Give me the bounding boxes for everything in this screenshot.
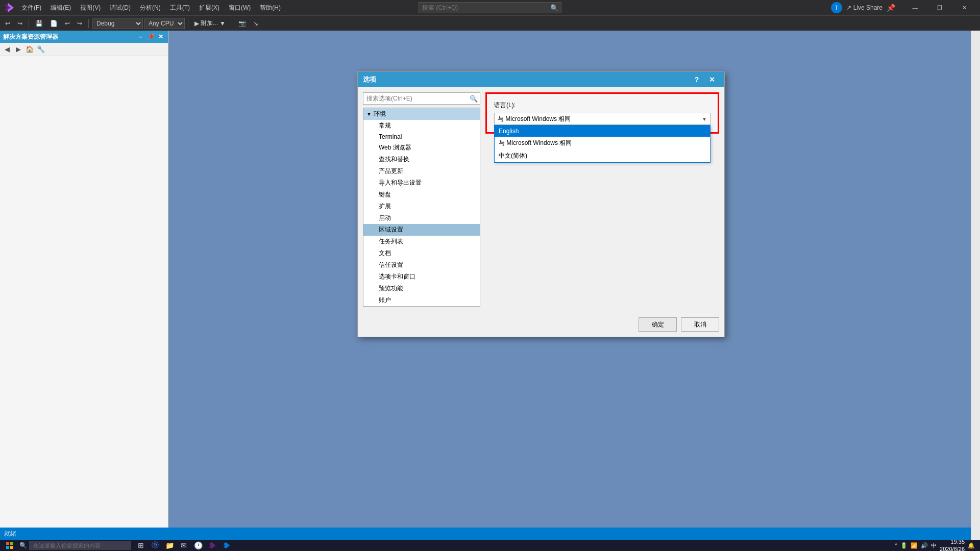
- dialog-controls: ? ✕: [690, 72, 719, 87]
- tree-item-16[interactable]: 自动恢复: [363, 306, 480, 307]
- user-avatar[interactable]: T: [831, 2, 842, 13]
- toolbar-redo[interactable]: ↪: [14, 17, 26, 30]
- tree-category-label: 环境: [374, 110, 386, 118]
- tray-expand-icon[interactable]: ^: [895, 542, 897, 548]
- tree-item-12[interactable]: 信任设置: [363, 259, 480, 271]
- toolbar-redo2[interactable]: ↪: [74, 17, 85, 30]
- pin-icon[interactable]: 📌: [887, 4, 895, 12]
- se-title-text: 解决方案资源管理器: [3, 33, 136, 41]
- taskbar-edge[interactable]: ⓔ: [150, 540, 161, 551]
- lang-option-1[interactable]: 与 Microsoft Windows 相同: [495, 137, 710, 149]
- tray-battery-icon: 🔋: [900, 542, 908, 549]
- toolbar-save-all[interactable]: 📄: [47, 17, 61, 30]
- menu-edit[interactable]: 编辑(E): [46, 2, 75, 14]
- solution-platform-dropdown[interactable]: Any CPU x64: [144, 18, 185, 29]
- window-controls: — ❐ ✕: [903, 0, 976, 15]
- tree-item-1[interactable]: Terminal: [363, 132, 480, 142]
- cancel-button[interactable]: 取消: [681, 317, 719, 332]
- tray-notification-icon[interactable]: 🔔: [968, 542, 975, 549]
- run-dropdown-arrow: ▼: [219, 20, 226, 27]
- menu-extensions[interactable]: 扩展(X): [195, 2, 224, 14]
- global-search-input[interactable]: [419, 4, 548, 11]
- options-right-panel: 语言(L): 与 Microsoft Windows 相同 ▼ English …: [480, 92, 719, 307]
- tree-item-6[interactable]: 键盘: [363, 189, 480, 201]
- tree-category-environment[interactable]: ▼ 环境: [363, 108, 480, 120]
- global-search-icon[interactable]: 🔍: [548, 4, 561, 12]
- taskbar-clock[interactable]: 🕐: [192, 540, 204, 551]
- tree-item-3[interactable]: 查找和替换: [363, 154, 480, 165]
- options-title: 选项: [363, 75, 690, 84]
- se-tb-back[interactable]: ◀: [2, 44, 12, 55]
- se-pin2-btn[interactable]: 📌: [146, 33, 155, 41]
- se-close-btn[interactable]: ✕: [157, 33, 165, 41]
- menu-debug[interactable]: 调试(D): [106, 2, 135, 14]
- taskbar-explorer[interactable]: 📁: [164, 540, 175, 551]
- options-search-input[interactable]: [363, 95, 468, 102]
- lang-option-0[interactable]: English: [495, 126, 710, 137]
- sys-tray: ^ 🔋 📶 🔊 中 19:35 2020/8/26 🔔: [895, 538, 978, 551]
- taskbar-task-view[interactable]: ⊞: [135, 540, 146, 551]
- se-tb-settings[interactable]: 🔧: [36, 44, 46, 55]
- language-dropdown-selected[interactable]: 与 Microsoft Windows 相同 ▼: [494, 113, 710, 125]
- se-pin-btn[interactable]: –: [136, 33, 144, 41]
- menu-analyze[interactable]: 分析(N): [136, 2, 165, 14]
- menu-window[interactable]: 窗口(W): [225, 2, 255, 14]
- tree-item-14[interactable]: 预览功能: [363, 283, 480, 294]
- start-button[interactable]: [2, 540, 17, 551]
- se-controls: – 📌 ✕: [136, 33, 165, 41]
- clock-time: 19:35: [940, 538, 965, 545]
- tree-item-2[interactable]: Web 浏览器: [363, 142, 480, 154]
- toolbar-sep-1: [29, 19, 29, 28]
- run-button[interactable]: ▶ 附加... ▼: [191, 17, 229, 30]
- lang-option-2[interactable]: 中文(简体): [495, 149, 710, 162]
- svg-rect-0: [6, 542, 9, 545]
- toolbar-save[interactable]: 💾: [32, 17, 46, 30]
- language-dropdown-arrow-icon: ▼: [702, 116, 707, 122]
- live-share-button[interactable]: ↗ Live Share: [846, 4, 883, 11]
- extra-btn[interactable]: ↘: [250, 17, 261, 30]
- run-label: 附加...: [201, 19, 218, 28]
- tree-item-13[interactable]: 选项卡和窗口: [363, 271, 480, 283]
- toolbar-undo[interactable]: ↩: [2, 17, 13, 30]
- taskbar-search-input[interactable]: [29, 541, 131, 550]
- se-tb-forward[interactable]: ▶: [13, 44, 23, 55]
- options-title-bar: 选项 ? ✕: [358, 72, 724, 87]
- attach-camera-btn[interactable]: 📷: [235, 17, 249, 30]
- tree-item-15[interactable]: 账户: [363, 294, 480, 306]
- se-tb-home[interactable]: 🏠: [24, 44, 35, 55]
- taskbar-mail[interactable]: ✉: [178, 540, 189, 551]
- tree-item-5[interactable]: 导入和导出设置: [363, 177, 480, 189]
- menu-view[interactable]: 视图(V): [76, 2, 105, 14]
- tray-lang-icon: 中: [931, 542, 937, 549]
- taskbar-vs-icon[interactable]: [207, 540, 218, 551]
- dialog-close-btn[interactable]: ✕: [705, 72, 719, 87]
- tree-item-7[interactable]: 扩展: [363, 201, 480, 212]
- language-dropdown-wrapper: 与 Microsoft Windows 相同 ▼ English 与 Micro…: [494, 113, 710, 125]
- menu-help[interactable]: 帮助(H): [256, 2, 285, 14]
- menu-file[interactable]: 文件(F): [17, 2, 45, 14]
- tree-item-8[interactable]: 启动: [363, 212, 480, 224]
- solution-explorer-panel: 解决方案资源管理器 – 📌 ✕ ◀ ▶ 🏠 🔧: [0, 31, 168, 528]
- status-bar: 就绪: [0, 528, 980, 540]
- options-search-icon: 🔍: [468, 95, 480, 103]
- taskbar-vs2-icon[interactable]: [221, 540, 232, 551]
- tree-item-4[interactable]: 产品更新: [363, 165, 480, 177]
- tree-item-0[interactable]: 常规: [363, 120, 480, 132]
- options-body: 🔍 ▼ 环境 常规 Terminal Web 浏览器 查找和替换 产品更新 导入…: [358, 87, 724, 312]
- minimize-button[interactable]: —: [903, 0, 927, 15]
- taskbar-icons: ⊞ ⓔ 📁 ✉ 🕐: [135, 540, 232, 551]
- solution-config-dropdown[interactable]: Debug Release: [92, 18, 143, 29]
- taskbar-clock-display[interactable]: 19:35 2020/8/26: [940, 538, 965, 551]
- tree-item-11[interactable]: 文档: [363, 247, 480, 259]
- toolbar-undo2[interactable]: ↩: [62, 17, 73, 30]
- menu-tools[interactable]: 工具(T): [166, 2, 194, 14]
- close-button[interactable]: ✕: [952, 0, 976, 15]
- tree-item-10[interactable]: 任务列表: [363, 236, 480, 247]
- run-icon: ▶: [194, 20, 199, 27]
- dialog-help-btn[interactable]: ?: [690, 72, 704, 87]
- tray-network-icon: 📶: [911, 542, 918, 549]
- tree-item-9[interactable]: 区域设置: [363, 224, 480, 236]
- ok-button[interactable]: 确定: [639, 317, 677, 332]
- options-footer: 确定 取消: [358, 312, 724, 337]
- restore-button[interactable]: ❐: [928, 0, 951, 15]
